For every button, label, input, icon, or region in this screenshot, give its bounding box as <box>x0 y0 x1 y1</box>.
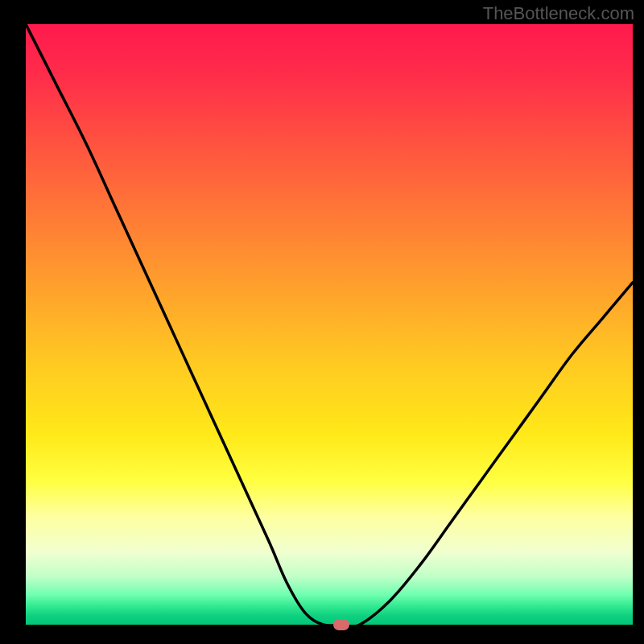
bottleneck-curve <box>26 24 633 625</box>
watermark-text: TheBottleneck.com <box>483 3 634 24</box>
optimal-point-marker <box>333 619 349 630</box>
chart-plot-area <box>26 24 633 625</box>
